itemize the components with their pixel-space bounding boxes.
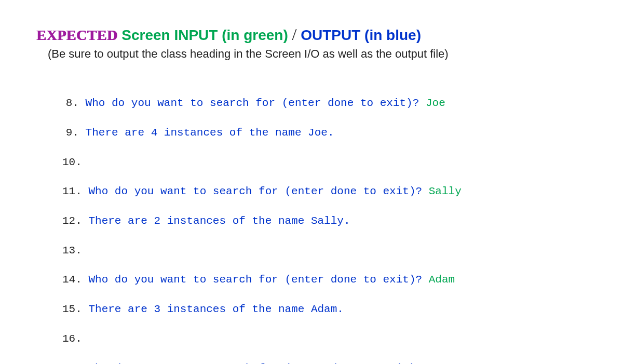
output-text: There are 4 instances of the name Joe.: [86, 127, 334, 139]
line-number: 12.: [62, 214, 82, 228]
input-text: Adam: [429, 274, 455, 286]
code-line: 16.: [62, 332, 587, 346]
line-number: 14.: [62, 273, 82, 287]
input-text: Joe: [426, 97, 445, 109]
line-number: 11.: [62, 184, 82, 199]
line-number: 10.: [62, 155, 82, 170]
line-number: 13.: [62, 244, 82, 258]
subheading: (Be sure to output the class heading in …: [48, 47, 587, 61]
prompt-text: Who do you want to search for (enter don…: [88, 362, 422, 364]
output-text: There are 2 instances of the name Sally.: [88, 215, 350, 227]
line-number: 15.: [62, 302, 82, 317]
heading-input-part: Screen INPUT (in green): [117, 27, 292, 43]
prompt-text: Who do you want to search for (enter don…: [88, 274, 422, 286]
main-heading: EXPECTED Screen INPUT (in green) / OUTPU…: [36, 25, 587, 44]
code-line: 10.: [62, 155, 587, 170]
code-line: 17. Who do you want to search for (enter…: [62, 361, 587, 364]
input-text: Sue: [429, 362, 449, 364]
prompt-text: Who do you want to search for (enter don…: [88, 185, 422, 197]
code-line: 13.: [62, 244, 587, 258]
code-line: 8. Who do you want to search for (enter …: [62, 96, 587, 111]
code-block: 8. Who do you want to search for (enter …: [62, 82, 587, 364]
code-line: 9. There are 4 instances of the name Joe…: [62, 126, 587, 140]
code-line: 12. There are 2 instances of the name Sa…: [62, 214, 587, 228]
output-text: There are 3 instances of the name Adam.: [88, 303, 343, 315]
line-number: 9.: [62, 126, 79, 140]
line-number: 16.: [62, 332, 82, 346]
input-text: Sally: [429, 185, 462, 197]
line-number: 8.: [62, 96, 79, 111]
line-number: 17.: [62, 361, 82, 364]
code-line: 15. There are 3 instances of the name Ad…: [62, 302, 587, 317]
heading-output-part: OUTPUT (in blue): [296, 27, 421, 43]
prompt-text: Who do you want to search for (enter don…: [86, 97, 419, 109]
heading-expected: EXPECTED: [36, 27, 117, 43]
code-line: 11. Who do you want to search for (enter…: [62, 184, 587, 199]
code-line: 14. Who do you want to search for (enter…: [62, 273, 587, 287]
